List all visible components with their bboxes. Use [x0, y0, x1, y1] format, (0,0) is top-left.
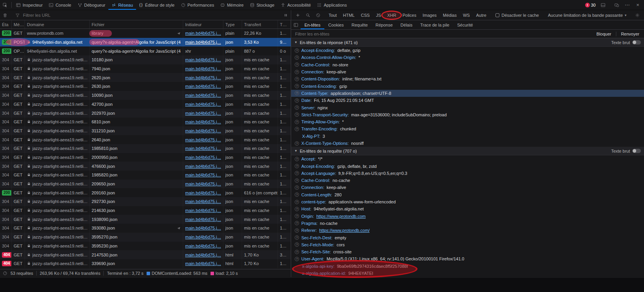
request-header-row[interactable]: x-algolia-application-id:94HE6YATEI — [291, 270, 644, 277]
initiator-link[interactable]: main.bd4b6d75.j… — [185, 31, 221, 36]
response-header-row[interactable]: ?Cache-Control:no-store — [291, 61, 644, 68]
request-row[interactable]: 304GETjazzy-starlight-aeea19.netli…7940.… — [0, 64, 291, 73]
pick-element-button[interactable] — [0, 0, 10, 10]
initiator-link[interactable]: main.bd4b6d75.j… — [185, 217, 221, 222]
detail-tab-sécurité[interactable]: Sécurité — [453, 20, 477, 29]
resend-button[interactable]: Renvoyer — [619, 32, 641, 36]
split-console-button[interactable] — [598, 3, 608, 7]
response-header-row[interactable]: ?Server:nginx — [291, 104, 644, 111]
response-header-row[interactable]: ?Content-Type:application/json; charset=… — [291, 90, 644, 97]
tab-applications[interactable]: Applications — [314, 0, 350, 10]
request-header-row[interactable]: ?Origin:https://www.protondb.com — [291, 213, 644, 220]
tab-editeur-de-style[interactable]: {}Éditeur de style — [136, 0, 178, 10]
detail-tab-réponse[interactable]: Réponse — [372, 20, 396, 29]
request-header-row[interactable]: ?Sec-Fetch-Site:cross-site — [291, 248, 644, 255]
response-header-row[interactable]: ?Access-Control-Allow-Origin:* — [291, 54, 644, 61]
request-header-row[interactable]: ?Accept-Language:fr,fr-FR;q=0.8,en-US;q=… — [291, 170, 644, 177]
block-url-button[interactable]: Bloquer — [595, 32, 613, 36]
url-filter-input[interactable] — [22, 12, 278, 18]
initiator-link[interactable]: main.bd4b6d75.j… — [185, 235, 221, 239]
initiator-link[interactable]: main.bd4b6d75.j… — [185, 261, 221, 266]
tab-memoire[interactable]: Mémoire — [217, 0, 247, 10]
response-header-row[interactable]: ?Transfer-Encoding:chunked — [291, 125, 644, 132]
request-header-row[interactable]: ?Pragma:no-cache — [291, 220, 644, 227]
response-header-row[interactable]: ?Accept-Encoding:deflate, gzip — [291, 47, 644, 54]
tab-inspecteur[interactable]: Inspecteur — [13, 0, 46, 10]
initiator-link[interactable]: main.bd4b6d75.j… — [185, 66, 221, 71]
header-doc-icon[interactable]: ? — [295, 164, 299, 168]
tab-stockage[interactable]: Stockage — [247, 0, 278, 10]
request-row[interactable]: 304GETjazzy-starlight-aeea19.netli…19858… — [0, 171, 291, 180]
initiator-link[interactable]: main.bd4b6d75.j… — [185, 191, 221, 195]
request-header-row[interactable]: ?Accept-Encoding:gzip, deflate, br, zstd — [291, 162, 644, 169]
header-doc-icon[interactable]: ? — [295, 48, 299, 53]
response-header-row[interactable]: ?Content-Encoding:gzip — [291, 82, 644, 89]
filter-js[interactable]: JS — [373, 12, 384, 18]
request-header-row[interactable]: ?Sec-Fetch-Mode:cors — [291, 241, 644, 248]
request-row[interactable]: 304GETjazzy-starlight-aeea19.netli…10090… — [0, 91, 291, 100]
filter-css[interactable]: CSS — [358, 12, 373, 18]
request-row[interactable]: 304GETjazzy-starlight-aeea19.netli…20009… — [0, 153, 291, 162]
filter-médias[interactable]: Médias — [440, 12, 459, 18]
request-row[interactable]: 304GETjazzy-starlight-aeea19.netli…2640.… — [0, 135, 291, 144]
response-header-row[interactable]: ?Content-Disposition:inline; filename=a.… — [291, 75, 644, 82]
request-row[interactable]: 200GETjazzy-starlight-aeea19.netli…20916… — [0, 188, 291, 197]
initiator-link[interactable]: main.bd4b6d75.j… — [185, 93, 221, 98]
column-header-2[interactable]: Domaine — [25, 20, 90, 28]
header-value[interactable]: https://www.protondb.com — [316, 214, 366, 219]
request-row[interactable]: 304GETjazzy-starlight-aeea19.netli…39308… — [0, 224, 291, 233]
header-doc-icon[interactable]: ? — [295, 84, 299, 88]
filter-images[interactable]: Images — [420, 12, 439, 18]
header-doc-icon[interactable]: ? — [295, 98, 299, 103]
initiator-link[interactable]: main.bd4b6d75.j… — [185, 208, 221, 213]
request-header-row[interactable]: ?Sec-Fetch-Dest:empty — [291, 234, 644, 241]
detail-tab-en-têtes[interactable]: En-têtes — [301, 20, 324, 29]
initiator-link[interactable]: main.bd4b6d75.j… — [185, 173, 221, 177]
request-header-row[interactable]: x-algolia-api-key:9ba0e69fb2974316cdaec8… — [291, 263, 644, 270]
search-requests-button[interactable] — [303, 13, 313, 18]
initiator-link[interactable]: main.bd4b6d75.j… — [185, 164, 221, 169]
filter-autre[interactable]: Autre — [473, 12, 489, 18]
initiator-link[interactable]: main.bd4b6d75.j… — [185, 155, 221, 160]
initiator-link[interactable]: main.bd4b6d75.j… — [185, 84, 221, 89]
block-requests-button[interactable] — [313, 13, 323, 18]
initiator-link[interactable]: main.bd4b6d75.j… — [185, 40, 221, 45]
request-row[interactable]: 304GETjazzy-starlight-aeea19.netli…47660… — [0, 162, 291, 171]
request-row[interactable]: 304GETjazzy-starlight-aeea19.netli…20965… — [0, 180, 291, 189]
header-doc-icon[interactable]: ? — [295, 207, 299, 211]
detail-tab-délais[interactable]: Délais — [396, 20, 416, 29]
devtools-menu-button[interactable]: ⋯ — [622, 2, 632, 8]
header-value[interactable]: https://www.protondb.com/ — [319, 228, 370, 233]
header-doc-icon[interactable]: ? — [295, 200, 299, 204]
response-header-row[interactable]: ?Date:Fri, 15 Aug 2025 21:05:14 GMT — [291, 97, 644, 104]
request-row[interactable]: 304GETjazzy-starlight-aeea19.netli…21463… — [0, 206, 291, 215]
column-header-0[interactable]: Éta — [0, 20, 12, 28]
request-header-row[interactable]: ?Accept:*/* — [291, 155, 644, 162]
request-row[interactable]: 304GETjazzy-starlight-aeea19.netli…2630.… — [0, 82, 291, 91]
header-doc-icon[interactable]: ? — [295, 157, 299, 161]
response-header-row[interactable]: ?Strict-Transport-Security:max-age=31536… — [291, 111, 644, 118]
header-doc-icon[interactable]: ? — [295, 192, 299, 197]
request-header-row[interactable]: ?Host:94he6yatei-dsn.algolia.net — [291, 205, 644, 212]
disable-cache-checkbox[interactable] — [495, 13, 499, 17]
response-header-row[interactable]: X-Alg-PT:3 — [291, 133, 644, 140]
initiator-link[interactable]: main.bd4b6d75.j… — [185, 102, 221, 107]
clear-requests-button[interactable] — [0, 13, 10, 18]
response-header-row[interactable]: ?Connection:keep-alive — [291, 68, 644, 75]
error-count-badge[interactable]: ! 30 — [583, 3, 598, 7]
filter-tout[interactable]: Tout — [326, 12, 340, 18]
column-header-7[interactable]: T… — [278, 20, 291, 28]
request-row[interactable]: 404GETjazzy-starlight-aeea19.netli…33969… — [0, 259, 291, 268]
column-header-1[interactable]: Mé… — [12, 20, 25, 28]
request-row[interactable]: 304GETjazzy-starlight-aeea19.netli…6810.… — [0, 118, 291, 126]
column-header-4[interactable]: Initiateur — [183, 20, 223, 28]
filter-polices[interactable]: Polices — [400, 12, 419, 18]
request-row[interactable]: 304GETjazzy-starlight-aeea19.netli…19858… — [0, 144, 291, 153]
request-row[interactable]: 304GETjazzy-starlight-aeea19.netli…35952… — [0, 233, 291, 242]
expand-panel-button[interactable] — [291, 20, 301, 29]
close-devtools-button[interactable]: × — [633, 2, 643, 8]
initiator-link[interactable]: main.bd4b6d75.j… — [185, 75, 221, 80]
header-doc-icon[interactable]: ? — [295, 242, 299, 247]
header-doc-icon[interactable]: ? — [295, 235, 299, 240]
header-doc-icon[interactable]: ? — [295, 91, 299, 95]
